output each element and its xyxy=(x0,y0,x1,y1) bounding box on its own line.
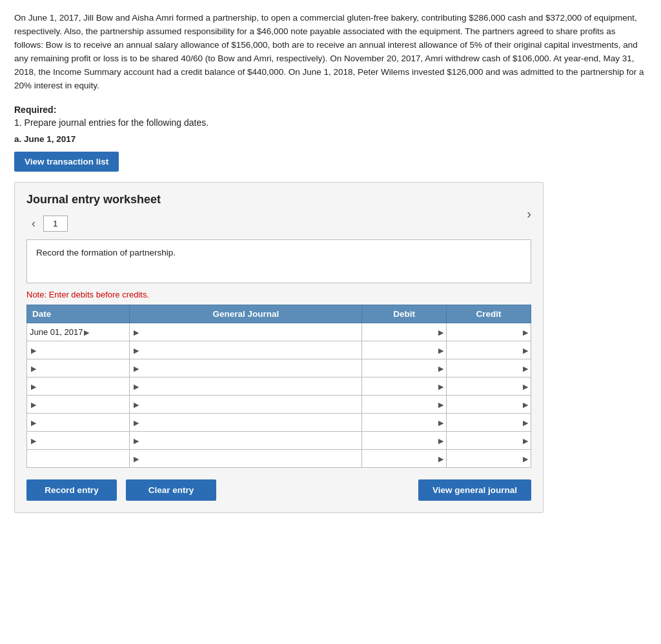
clear-entry-button[interactable]: Clear entry xyxy=(126,479,216,501)
col-general-journal: General Journal xyxy=(130,305,362,323)
debit-cell[interactable]: ▶ xyxy=(362,323,447,341)
table-row: June 01, 2017 ▶ ▶ ▶ ▶ xyxy=(27,323,531,341)
next-tab-button[interactable]: › xyxy=(522,206,536,221)
prev-tab-button[interactable]: ‹ xyxy=(26,216,41,230)
general-journal-cell[interactable]: ▶ xyxy=(130,323,362,341)
table-row: ▶ ▶ ▶ ▶ xyxy=(27,431,531,449)
debit-cell[interactable]: ▶ xyxy=(362,377,447,395)
general-journal-cell[interactable]: ▶ xyxy=(130,377,362,395)
debit-cell[interactable]: ▶ xyxy=(362,431,447,449)
date-cell[interactable]: ▶ xyxy=(27,395,130,413)
col-debit: Debit xyxy=(362,305,447,323)
view-transaction-list-button[interactable]: View transaction list xyxy=(14,152,119,172)
date-cell[interactable]: ▶ xyxy=(27,413,130,431)
credit-cell[interactable]: ▶ xyxy=(447,431,531,449)
table-row: ▶ ▶ ▶ ▶ xyxy=(27,413,531,431)
date-cell[interactable]: June 01, 2017 ▶ xyxy=(27,323,130,341)
required-section: Required: 1. Prepare journal entries for… xyxy=(14,105,647,128)
general-journal-cell[interactable]: ▶ xyxy=(130,431,362,449)
general-journal-cell[interactable]: ▶ xyxy=(130,341,362,359)
record-entry-button[interactable]: Record entry xyxy=(26,479,117,501)
debit-cell[interactable]: ▶ xyxy=(362,341,447,359)
credit-cell[interactable]: ▶ xyxy=(447,377,531,395)
instruction-text: Record the formation of partnership. xyxy=(36,248,176,257)
col-credit: Credit xyxy=(447,305,531,323)
general-journal-cell[interactable]: ▶ xyxy=(130,449,362,467)
general-journal-cell[interactable]: ▶ xyxy=(130,413,362,431)
view-general-journal-button[interactable]: View general journal xyxy=(418,479,531,501)
credit-cell[interactable]: ▶ xyxy=(447,323,531,341)
instruction-box: Record the formation of partnership. xyxy=(26,239,531,283)
date-cell[interactable]: ▶ xyxy=(27,377,130,395)
debit-cell[interactable]: ▶ xyxy=(362,395,447,413)
table-row: ▶ ▶ ▶ ▶ xyxy=(27,359,531,377)
debit-cell[interactable]: ▶ xyxy=(362,449,447,467)
credit-cell[interactable]: ▶ xyxy=(447,395,531,413)
date-cell[interactable]: ▶ xyxy=(27,431,130,449)
date-cell[interactable]: ▶ xyxy=(27,359,130,377)
credit-cell[interactable]: ▶ xyxy=(447,359,531,377)
button-row: Record entry Clear entry View general jo… xyxy=(26,479,531,501)
general-journal-cell[interactable]: ▶ xyxy=(130,395,362,413)
current-tab: 1 xyxy=(43,216,68,232)
required-label: Required: xyxy=(14,105,647,115)
worksheet-title: Journal entry worksheet xyxy=(26,193,531,206)
required-item-1: 1. Prepare journal entries for the follo… xyxy=(14,117,647,128)
table-row: ▶ ▶ ▶ xyxy=(27,449,531,467)
debit-cell[interactable]: ▶ xyxy=(362,413,447,431)
problem-text: On June 1, 2017, Jill Bow and Aisha Amri… xyxy=(14,12,647,93)
general-journal-cell[interactable]: ▶ xyxy=(130,359,362,377)
credit-cell[interactable]: ▶ xyxy=(447,413,531,431)
credit-cell[interactable]: ▶ xyxy=(447,449,531,467)
credit-cell[interactable]: ▶ xyxy=(447,341,531,359)
col-date: Date xyxy=(27,305,130,323)
date-cell[interactable]: ▶ xyxy=(27,341,130,359)
journal-entry-worksheet: Journal entry worksheet ‹ 1 › Record the… xyxy=(14,182,544,513)
tab-navigation: ‹ 1 xyxy=(26,216,531,232)
journal-table: Date General Journal Debit Credit June 0… xyxy=(26,305,531,468)
table-row: ▶ ▶ ▶ ▶ xyxy=(27,341,531,359)
date-cell[interactable] xyxy=(27,449,130,467)
date-label: a. June 1, 2017 xyxy=(14,134,647,144)
table-row: ▶ ▶ ▶ ▶ xyxy=(27,377,531,395)
table-row: ▶ ▶ ▶ ▶ xyxy=(27,395,531,413)
note-text: Note: Enter debits before credits. xyxy=(26,290,531,299)
debit-cell[interactable]: ▶ xyxy=(362,359,447,377)
